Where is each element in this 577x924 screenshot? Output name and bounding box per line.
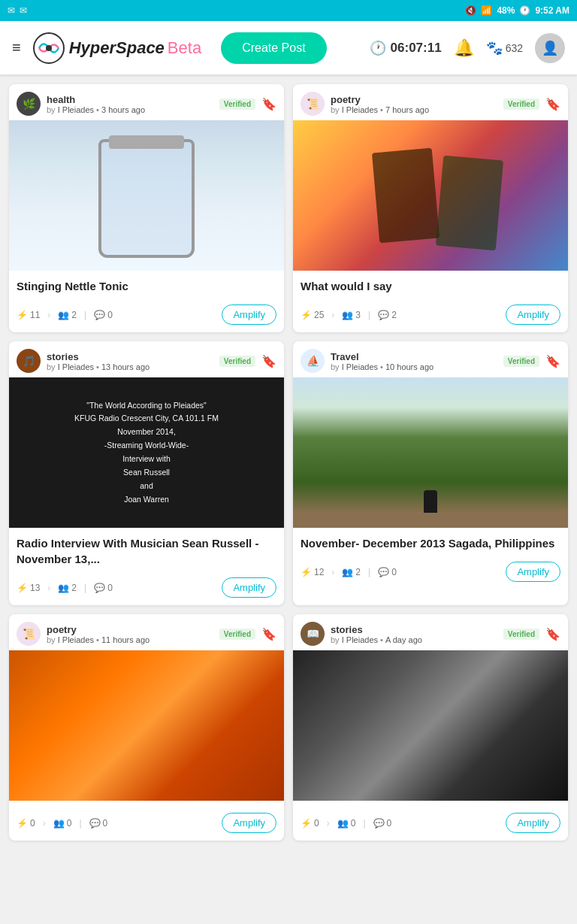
post-time: 3 hours ago <box>101 105 145 114</box>
amplify-button[interactable]: Amplify <box>506 304 560 325</box>
amplify-stat-icon: ⚡ <box>17 310 28 320</box>
post-footer: ⚡ 0 › 👥 0 | 💬 0 Amplify <box>9 807 284 841</box>
amplify-button[interactable]: Amplify <box>506 813 560 833</box>
post-avatar: 📖 <box>301 622 325 646</box>
post-meta: poetry by I Pleiades • 7 hours ago <box>331 94 497 114</box>
user-avatar[interactable]: 👤 <box>535 33 565 63</box>
post-meta: poetry by I Pleiades • 11 hours ago <box>47 624 213 644</box>
comment-stat: 💬 0 <box>94 310 113 320</box>
notification-count: 632 <box>506 42 523 54</box>
post-category: stories <box>331 624 497 635</box>
post-avatar: 📜 <box>301 92 325 116</box>
bookmark-icon[interactable]: 🔖 <box>545 97 560 111</box>
people-icon: 👥 <box>342 567 353 577</box>
hamburger-menu[interactable]: ≡ <box>12 39 21 56</box>
amplify-count: 11 <box>30 310 40 320</box>
post-byline: by I Pleiades • 13 hours ago <box>47 362 213 371</box>
comment-count: 0 <box>387 818 392 829</box>
post-author: I Pleiades <box>342 362 378 371</box>
post-byline: by I Pleiades • 3 hours ago <box>47 105 213 114</box>
status-bar: ✉ ✉ 🔇 📶 48% 🕐 9:52 AM <box>0 0 577 21</box>
people-icon: 👥 <box>342 310 353 320</box>
post-card: 🌿 health by I Pleiades • 3 hours ago Ver… <box>9 84 284 332</box>
amplify-stat: ⚡ 0 <box>17 818 35 829</box>
status-right: 🔇 📶 48% 🕐 9:52 AM <box>465 5 569 16</box>
stat-divider-1: › <box>47 583 50 593</box>
amplify-stat: ⚡ 13 <box>17 583 40 593</box>
post-avatar: 🌿 <box>17 92 41 116</box>
people-icon: 👥 <box>58 310 69 320</box>
post-meta: stories by I Pleiades • A day ago <box>331 624 497 644</box>
amplify-button[interactable]: Amplify <box>222 813 276 833</box>
post-card: 📜 poetry by I Pleiades • 11 hours ago Ve… <box>9 614 284 841</box>
avatar-image: 👤 <box>542 40 558 56</box>
post-image <box>9 650 284 801</box>
avatar-icon: 📖 <box>307 628 319 640</box>
post-image <box>293 120 568 271</box>
amplify-count: 0 <box>314 818 319 829</box>
post-footer: ⚡ 12 › 👥 2 | 💬 0 Amplify <box>293 556 568 589</box>
post-category: poetry <box>47 624 213 635</box>
bookmark-icon[interactable]: 🔖 <box>261 97 276 111</box>
post-byline: by I Pleiades • 11 hours ago <box>47 635 213 644</box>
post-stats: ⚡ 25 › 👥 3 | 💬 2 <box>301 310 506 320</box>
post-footer: ⚡ 13 › 👥 2 | 💬 0 Amplify <box>9 571 284 605</box>
feed-grid: 🌿 health by I Pleiades • 3 hours ago Ver… <box>0 75 577 850</box>
amplify-stat: ⚡ 25 <box>301 310 324 320</box>
logo-icon <box>33 32 65 64</box>
post-header: ⛵ Travel by I Pleiades • 10 hours ago Ve… <box>293 341 568 377</box>
amplify-stat-icon: ⚡ <box>17 583 28 593</box>
avatar-icon: ⛵ <box>307 355 319 367</box>
comment-stat: 💬 0 <box>89 818 108 829</box>
top-nav: ≡ HyperSpace Beta Create Post 🕐 06:07:11… <box>0 21 577 75</box>
clock-icon: 🕐 <box>519 5 530 16</box>
verified-badge: Verified <box>503 98 539 110</box>
verified-badge: Verified <box>219 629 255 640</box>
people-stat: 👥 0 <box>53 818 72 829</box>
people-stat: 👥 2 <box>58 310 77 320</box>
logo: HyperSpace Beta <box>33 32 201 64</box>
comment-stat: 💬 0 <box>373 818 392 829</box>
timer-clock-icon: 🕐 <box>370 40 386 56</box>
people-stat: 👥 3 <box>342 310 361 320</box>
post-stats: ⚡ 13 › 👥 2 | 💬 0 <box>17 583 222 593</box>
post-footer: ⚡ 11 › 👥 2 | 💬 0 Amplify <box>9 298 284 332</box>
people-count: 2 <box>355 567 361 577</box>
amplify-stat-icon: ⚡ <box>301 567 312 577</box>
status-left-icons: ✉ ✉ <box>8 5 27 16</box>
time-display: 9:52 AM <box>535 5 569 16</box>
post-image: "The World According to Pleiades"KFUG Ra… <box>9 377 284 528</box>
amplify-button[interactable]: Amplify <box>222 577 276 598</box>
bookmark-icon[interactable]: 🔖 <box>545 354 560 368</box>
comment-count: 0 <box>103 818 108 829</box>
bookmark-icon[interactable]: 🔖 <box>261 354 276 368</box>
post-time: A day ago <box>385 635 422 644</box>
verified-badge: Verified <box>503 629 539 640</box>
post-title: November- December 2013 Sagada, Philippi… <box>293 528 568 556</box>
create-post-button[interactable]: Create Post <box>221 32 326 64</box>
mute-icon: 🔇 <box>465 5 476 16</box>
amplify-button[interactable]: Amplify <box>506 562 560 582</box>
comment-stat: 💬 0 <box>378 567 397 577</box>
post-avatar: 🎵 <box>17 349 41 373</box>
people-stat: 👥 2 <box>58 583 77 593</box>
post-card: 🎵 stories by I Pleiades • 13 hours ago V… <box>9 341 284 605</box>
comment-stat: 💬 2 <box>378 310 397 320</box>
post-header: 📜 poetry by I Pleiades • 7 hours ago Ver… <box>293 84 568 120</box>
comment-icon: 💬 <box>373 818 385 829</box>
people-icon: 👥 <box>337 818 349 829</box>
post-time: 13 hours ago <box>101 362 150 371</box>
notification-bell-icon[interactable]: 🔔 <box>454 38 474 58</box>
avatar-icon: 📜 <box>307 98 319 110</box>
logo-beta: Beta <box>168 38 201 58</box>
bookmark-icon[interactable]: 🔖 <box>261 627 276 641</box>
post-avatar: 📜 <box>17 622 41 646</box>
bookmark-icon[interactable]: 🔖 <box>545 627 560 641</box>
stat-divider-2: | <box>368 567 370 577</box>
amplify-button[interactable]: Amplify <box>222 304 276 325</box>
post-meta: health by I Pleiades • 3 hours ago <box>47 94 213 114</box>
people-icon: 👥 <box>58 583 69 593</box>
amplify-stat: ⚡ 0 <box>301 818 319 829</box>
people-stat: 👥 0 <box>337 818 356 829</box>
post-header: 🌿 health by I Pleiades • 3 hours ago Ver… <box>9 84 284 120</box>
